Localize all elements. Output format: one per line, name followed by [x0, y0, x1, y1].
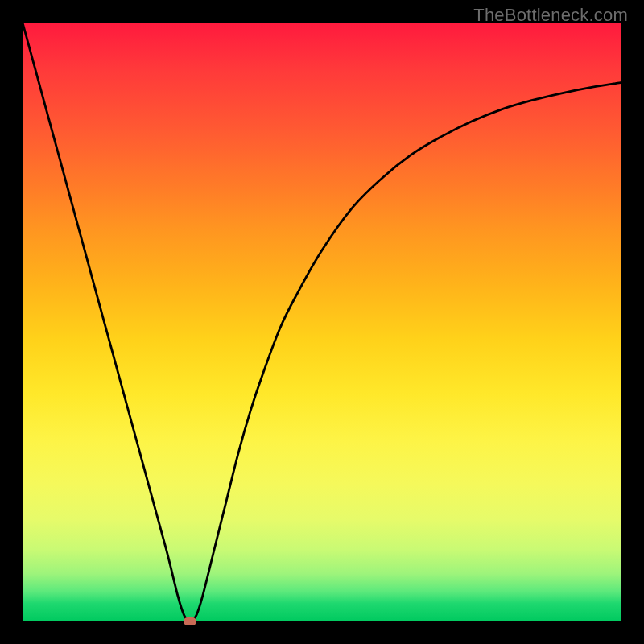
chart-frame: TheBottleneck.com: [0, 0, 644, 644]
watermark-text: TheBottleneck.com: [473, 5, 628, 26]
plot-area: [23, 23, 621, 621]
minimum-marker: [184, 617, 196, 625]
bottleneck-curve: [23, 23, 621, 621]
